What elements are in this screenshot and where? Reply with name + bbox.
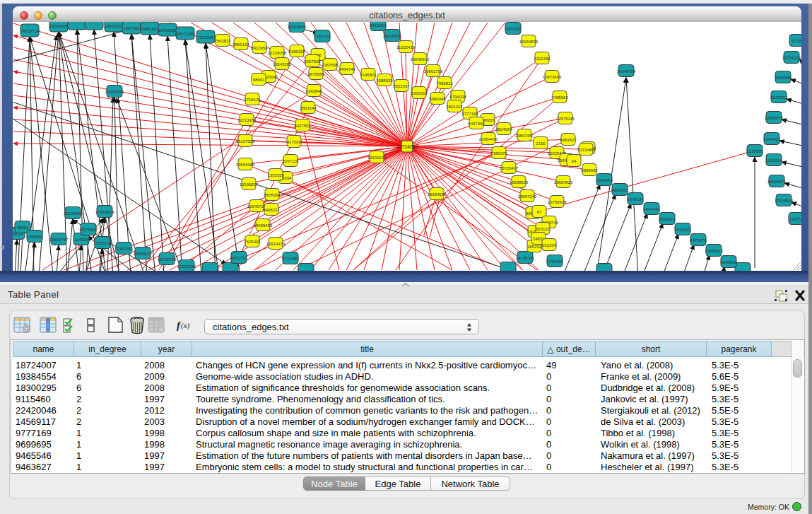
svg-text:7485063: 7485063 <box>551 95 568 100</box>
svg-text:20053346: 20053346 <box>105 90 124 94</box>
svg-text:8322037: 8322037 <box>393 84 410 88</box>
svg-text:12213369: 12213369 <box>237 118 257 122</box>
svg-text:3215955: 3215955 <box>746 149 763 153</box>
svg-text:7955812: 7955812 <box>436 81 453 86</box>
svg-text:9777169: 9777169 <box>461 112 478 116</box>
svg-text:1733426: 1733426 <box>546 259 563 264</box>
svg-text:9899695: 9899695 <box>581 168 598 173</box>
svg-text:9463627: 9463627 <box>560 138 577 142</box>
svg-text:10973493: 10973493 <box>543 75 562 79</box>
svg-text:8878334: 8878334 <box>264 193 281 197</box>
svg-text:12923466: 12923466 <box>177 264 196 269</box>
svg-text:16154835: 16154835 <box>519 40 539 44</box>
svg-text:10719155: 10719155 <box>158 28 177 33</box>
svg-text:18640910: 18640910 <box>411 57 430 62</box>
svg-text:14136141: 14136141 <box>516 256 535 260</box>
svg-text:10688609: 10688609 <box>510 180 529 185</box>
svg-text:3267110: 3267110 <box>283 159 300 163</box>
svg-text:16914479: 16914479 <box>266 242 286 246</box>
svg-text:9657771: 9657771 <box>230 256 247 260</box>
svg-text:12975115: 12975115 <box>556 117 575 121</box>
svg-text:185232: 185232 <box>527 245 542 249</box>
svg-text:10958137: 10958137 <box>134 252 153 256</box>
svg-text:64: 64 <box>572 159 577 163</box>
svg-text:1821022: 1821022 <box>446 105 463 109</box>
svg-text:114319: 114319 <box>74 238 88 242</box>
svg-text:15720407: 15720407 <box>500 166 519 170</box>
svg-text:1362615: 1362615 <box>411 91 428 95</box>
svg-text:1527602: 1527602 <box>123 26 140 30</box>
svg-text:8186328: 8186328 <box>288 49 305 54</box>
svg-text:19654985: 19654985 <box>236 163 255 167</box>
svg-text:6466160: 6466160 <box>141 27 158 31</box>
svg-text:21226058: 21226058 <box>268 51 287 55</box>
svg-text:8427552: 8427552 <box>294 124 311 128</box>
svg-text:98961: 98961 <box>253 78 265 82</box>
svg-text:1221396: 1221396 <box>534 57 551 61</box>
svg-text:7632621: 7632621 <box>674 228 691 232</box>
svg-text:10654112: 10654112 <box>705 249 724 253</box>
svg-text:2803144: 2803144 <box>300 106 317 110</box>
svg-text:16107553: 16107553 <box>236 139 255 144</box>
svg-text:6879197: 6879197 <box>627 197 644 201</box>
svg-text:16671355: 16671355 <box>176 32 195 36</box>
svg-text:16648784: 16648784 <box>617 69 636 74</box>
svg-text:10807487: 10807487 <box>515 134 534 138</box>
svg-text:19654923: 19654923 <box>554 180 573 185</box>
svg-text:9146821: 9146821 <box>360 73 377 77</box>
svg-text:8938923: 8938923 <box>611 188 628 192</box>
svg-text:20364436: 20364436 <box>479 137 498 141</box>
svg-text:7386372: 7386372 <box>490 151 507 156</box>
svg-text:12942757: 12942757 <box>49 238 69 242</box>
svg-text:11325419: 11325419 <box>396 45 416 49</box>
svg-text:116753: 116753 <box>789 217 801 221</box>
svg-text:3875685: 3875685 <box>307 72 324 76</box>
svg-text:10653267: 10653267 <box>105 24 124 28</box>
svg-text:8454749: 8454749 <box>339 67 355 71</box>
svg-text:1353359: 1353359 <box>267 173 284 177</box>
svg-text:16543382: 16543382 <box>273 62 292 66</box>
svg-text:8471676: 8471676 <box>690 238 707 243</box>
svg-text:(x): (x) <box>181 321 190 330</box>
svg-text:16033809: 16033809 <box>288 25 307 29</box>
svg-text:12093873: 12093873 <box>765 116 784 120</box>
svg-text:9213465: 9213465 <box>577 148 594 152</box>
svg-text:8990448: 8990448 <box>429 97 446 101</box>
svg-text:17359924: 17359924 <box>95 210 114 214</box>
svg-text:8912954: 8912954 <box>251 46 268 50</box>
svg-text:19384554: 19384554 <box>428 192 447 197</box>
svg-text:20206536: 20206536 <box>64 211 83 216</box>
svg-text:20691406: 20691406 <box>49 24 69 28</box>
svg-text:35001: 35001 <box>17 226 29 230</box>
svg-text:1156819: 1156819 <box>27 235 44 239</box>
svg-text:1588520: 1588520 <box>376 78 393 83</box>
svg-text:9227343: 9227343 <box>770 95 787 100</box>
svg-text:12505135: 12505135 <box>93 241 112 245</box>
svg-text:9329966: 9329966 <box>775 76 792 80</box>
svg-text:9716485: 9716485 <box>282 257 299 261</box>
svg-text:19300235: 19300235 <box>367 156 387 160</box>
svg-text:2087682: 2087682 <box>505 27 522 31</box>
svg-text:18807249: 18807249 <box>518 194 537 199</box>
svg-text:417006: 417006 <box>287 140 302 144</box>
svg-text:9327508: 9327508 <box>304 59 321 64</box>
svg-text:252254: 252254 <box>542 243 557 247</box>
svg-text:3242848: 3242848 <box>305 89 322 93</box>
svg-text:7357224: 7357224 <box>314 35 331 39</box>
svg-text:3824554: 3824554 <box>495 127 512 132</box>
svg-text:11126: 11126 <box>792 39 801 43</box>
svg-text:19218506: 19218506 <box>383 34 402 38</box>
svg-text:2160: 2160 <box>536 141 546 146</box>
svg-text:67: 67 <box>537 210 542 214</box>
svg-text:7625402: 7625402 <box>244 240 261 244</box>
svg-text:2935114: 2935114 <box>659 217 676 221</box>
svg-text:1640954: 1640954 <box>596 178 613 182</box>
svg-text:2718126: 2718126 <box>244 98 261 102</box>
svg-text:7563822: 7563822 <box>214 39 231 43</box>
svg-text:9498222: 9498222 <box>263 208 280 212</box>
svg-text:18724007: 18724007 <box>396 144 418 149</box>
svg-text:15751074: 15751074 <box>782 56 801 60</box>
svg-text:6794028: 6794028 <box>449 95 466 99</box>
svg-text:315132: 315132 <box>536 227 551 231</box>
svg-text:10756928: 10756928 <box>548 200 567 204</box>
